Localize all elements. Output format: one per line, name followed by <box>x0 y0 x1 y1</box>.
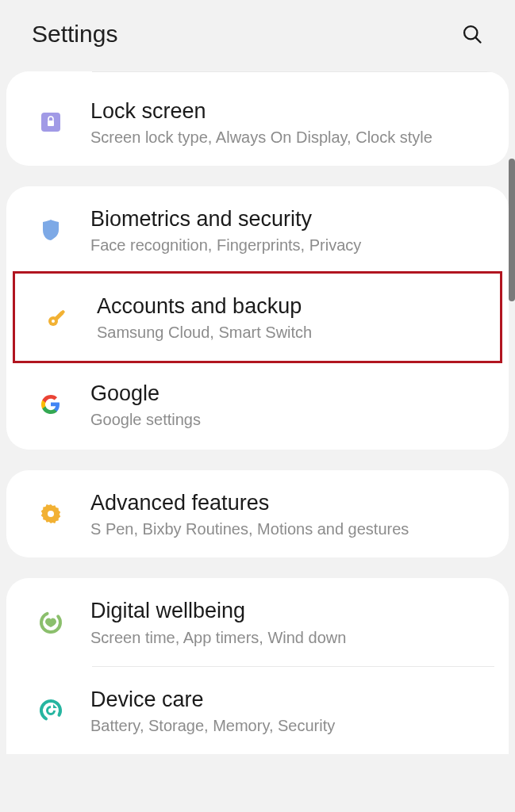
header: Settings <box>0 0 515 71</box>
item-subtitle: Screen time, App timers, Wind down <box>90 629 493 647</box>
item-title: Advanced features <box>90 489 493 517</box>
settings-group: Biometrics and security Face recognition… <box>6 186 509 450</box>
item-text: Biometrics and security Face recognition… <box>79 205 493 255</box>
settings-group: Digital wellbeing Screen time, App timer… <box>6 578 509 753</box>
svg-point-8 <box>48 511 54 517</box>
settings-item-biometrics[interactable]: Biometrics and security Face recognition… <box>6 186 509 274</box>
settings-item-device-care[interactable]: Device care Battery, Storage, Memory, Se… <box>6 667 509 754</box>
google-icon <box>22 392 79 417</box>
item-title: Accounts and backup <box>97 293 484 320</box>
page-title: Settings <box>32 21 117 48</box>
item-subtitle: Google settings <box>90 411 493 429</box>
item-subtitle: Screen lock type, Always On Display, Clo… <box>90 128 493 147</box>
item-text: Advanced features S Pen, Bixby Routines,… <box>79 489 493 538</box>
search-button[interactable] <box>461 23 483 45</box>
scrollbar[interactable] <box>509 159 515 301</box>
item-subtitle: Face recognition, Fingerprints, Privacy <box>90 236 493 255</box>
svg-point-10 <box>38 698 63 723</box>
item-text: Accounts and backup Samsung Cloud, Smart… <box>86 293 484 342</box>
svg-rect-3 <box>48 121 54 126</box>
settings-item-google[interactable]: Google Google settings <box>6 361 509 448</box>
item-title: Lock screen <box>90 98 493 125</box>
highlighted-item: Accounts and backup Samsung Cloud, Smart… <box>13 271 502 363</box>
item-text: Lock screen Screen lock type, Always On … <box>79 98 493 147</box>
item-text: Device care Battery, Storage, Memory, Se… <box>79 686 493 735</box>
wellbeing-icon <box>22 610 79 635</box>
settings-item-wellbeing[interactable]: Digital wellbeing Screen time, App timer… <box>6 578 509 665</box>
settings-item-accounts-backup[interactable]: Accounts and backup Samsung Cloud, Smart… <box>15 274 500 361</box>
search-icon <box>461 23 483 45</box>
item-title: Device care <box>90 686 493 714</box>
settings-group: Advanced features S Pen, Bixby Routines,… <box>6 470 509 557</box>
settings-group: Lock screen Screen lock type, Always On … <box>6 71 509 166</box>
gear-icon <box>22 501 79 527</box>
item-subtitle: Battery, Storage, Memory, Security <box>90 717 493 735</box>
item-title: Google <box>90 380 493 408</box>
svg-line-1 <box>476 38 481 43</box>
settings-item-advanced[interactable]: Advanced features S Pen, Bixby Routines,… <box>6 470 509 557</box>
item-subtitle: S Pen, Bixby Routines, Motions and gestu… <box>90 520 493 538</box>
item-subtitle: Samsung Cloud, Smart Switch <box>97 324 484 342</box>
shield-icon <box>22 217 79 243</box>
settings-item-lock-screen[interactable]: Lock screen Screen lock type, Always On … <box>6 72 509 166</box>
item-title: Biometrics and security <box>90 205 493 233</box>
lock-icon <box>22 109 79 135</box>
item-text: Digital wellbeing Screen time, App timer… <box>79 597 493 646</box>
item-title: Digital wellbeing <box>90 597 493 625</box>
devicecare-icon <box>22 698 79 723</box>
item-text: Google Google settings <box>79 380 493 429</box>
key-icon <box>29 304 86 330</box>
svg-point-5 <box>52 320 55 323</box>
